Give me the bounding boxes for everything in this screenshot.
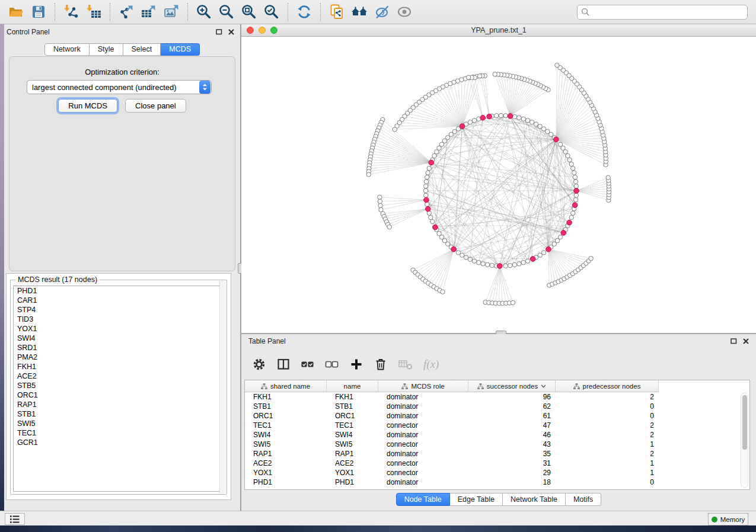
export-table-button[interactable] (140, 3, 158, 21)
mcds-node[interactable] (567, 220, 572, 225)
mcds-node[interactable] (460, 124, 465, 129)
select-all-button[interactable] (301, 357, 315, 371)
home-button[interactable] (350, 3, 368, 21)
open-session-button[interactable] (7, 3, 25, 21)
table-row[interactable]: SWI5SWI5connector431 (245, 440, 749, 449)
close-panel-button[interactable]: Close panel (125, 99, 186, 113)
tab-motifs[interactable]: Motifs (566, 493, 601, 506)
cell-predecessor-nodes: 0 (556, 477, 659, 487)
mcds-node[interactable] (451, 246, 457, 252)
result-list-scrollbar[interactable] (219, 281, 226, 493)
mcds-node[interactable] (572, 203, 578, 208)
network-graph[interactable] (241, 37, 755, 332)
mcds-result-item[interactable]: RAP1 (14, 400, 224, 409)
preview-eye-button[interactable] (395, 3, 413, 21)
close-panel-icon[interactable] (743, 338, 749, 344)
tab-style[interactable]: Style (90, 43, 123, 56)
mcds-node[interactable] (574, 188, 579, 194)
zoom-selected-icon (263, 4, 280, 20)
mcds-result-item[interactable]: CAR1 (14, 296, 224, 305)
mcds-node[interactable] (554, 137, 559, 142)
column-header-MCDS-role[interactable]: MCDS role (378, 380, 468, 392)
search-input[interactable] (589, 6, 744, 18)
add-column-button[interactable] (349, 357, 363, 371)
duplicate-network-button[interactable] (328, 3, 346, 21)
mcds-result-item[interactable]: STB5 (14, 381, 224, 390)
mcds-result-item[interactable]: SRD1 (14, 343, 224, 352)
mcds-result-item[interactable]: STP4 (14, 305, 224, 315)
zoom-out-button[interactable] (218, 3, 235, 21)
tab-node-table[interactable]: Node Table (396, 493, 450, 506)
mcds-node[interactable] (426, 206, 431, 211)
table-row[interactable]: YOX1YOX1connector291 (245, 468, 749, 477)
mcds-result-item[interactable]: GCR1 (14, 438, 224, 447)
show-columns-button[interactable] (276, 357, 291, 371)
tab-edge-table[interactable]: Edge Table (450, 493, 503, 506)
table-settings-button[interactable] (252, 357, 266, 371)
import-table-button[interactable] (85, 3, 103, 21)
column-header-shared-name[interactable]: shared name (245, 380, 327, 392)
cell-name: SWI5 (327, 440, 378, 449)
zoom-selected-button[interactable] (263, 3, 280, 21)
zoom-in-button[interactable] (195, 3, 213, 21)
export-image-button[interactable] (162, 3, 180, 21)
mcds-node[interactable] (433, 225, 438, 230)
mcds-node[interactable] (561, 230, 566, 236)
export-network-button[interactable] (117, 3, 135, 21)
memory-button[interactable]: Memory (708, 513, 748, 525)
mcds-node[interactable] (424, 197, 429, 203)
table-row[interactable]: PHD1PHD1dominator180 (245, 477, 749, 487)
column-header-name[interactable]: name (327, 380, 378, 392)
tab-select[interactable]: Select (123, 43, 161, 56)
mcds-node[interactable] (530, 257, 535, 262)
mcds-result-item[interactable]: PMA2 (14, 352, 224, 362)
mcds-result-item[interactable]: FKH1 (14, 362, 224, 371)
mcds-result-item[interactable]: TEC1 (14, 428, 224, 438)
column-header-successor-nodes[interactable]: successor nodes (468, 380, 556, 392)
network-window-titlebar[interactable]: YPA_prune.txt_1 (241, 24, 756, 37)
table-row[interactable]: SWI4SWI4dominator462 (245, 430, 749, 440)
mcds-result-item[interactable]: ACE2 (14, 371, 224, 381)
tab-mcds[interactable]: MCDS (161, 43, 200, 56)
mcds-result-item[interactable]: TID3 (14, 315, 224, 324)
mcds-result-item[interactable]: SWI4 (14, 334, 224, 343)
tab-network[interactable]: Network (44, 43, 90, 56)
table-row[interactable]: FKH1FKH1dominator962 (245, 392, 749, 402)
run-mcds-button[interactable]: Run MCDS (58, 99, 117, 113)
zoom-fit-button[interactable] (240, 3, 258, 21)
mcds-result-item[interactable]: YOX1 (14, 324, 224, 334)
import-network-button[interactable] (62, 3, 80, 21)
network-canvas[interactable] (241, 37, 756, 333)
show-panels-button[interactable] (5, 513, 25, 525)
close-panel-icon[interactable] (228, 29, 234, 35)
float-panel-icon[interactable] (731, 338, 737, 344)
mcds-node[interactable] (487, 114, 492, 119)
table-row[interactable]: STB1STB1dominator620 (245, 402, 749, 411)
table-panel-title: Table Panel (248, 337, 286, 345)
mcds-node[interactable] (480, 116, 486, 121)
delete-columns-button[interactable] (374, 357, 388, 371)
mcds-node[interactable] (429, 160, 434, 165)
mcds-result-item[interactable]: PHD1 (14, 286, 224, 296)
table-row[interactable]: ORC1ORC1dominator610 (245, 411, 749, 421)
table-row[interactable]: TEC1TEC1connector472 (245, 421, 749, 430)
mcds-result-item[interactable]: SWI5 (14, 419, 224, 428)
mcds-node[interactable] (497, 264, 503, 269)
mcds-result-item[interactable]: STB1 (14, 409, 224, 419)
save-session-button[interactable] (30, 3, 47, 21)
deselect-all-button[interactable] (325, 357, 339, 371)
table-row[interactable]: ACE2ACE2connector311 (245, 459, 749, 468)
mcds-node[interactable] (508, 114, 513, 119)
mcds-node[interactable] (546, 246, 551, 252)
float-panel-icon[interactable] (216, 29, 222, 35)
table-row[interactable]: RAP1RAP1dominator352 (245, 449, 749, 459)
table-scrollbar[interactable] (741, 393, 748, 488)
criterion-dropdown[interactable]: largest connected component (undirected) (27, 80, 212, 94)
column-header-predecessor-nodes[interactable]: predecessor nodes (556, 380, 659, 392)
table-scrollbar-thumb[interactable] (742, 395, 747, 450)
refresh-button[interactable] (295, 3, 313, 21)
mcds-result-list[interactable]: PHD1CAR1STP4TID3YOX1SWI4SRD1PMA2FKH1ACE2… (13, 286, 224, 492)
mcds-result-item[interactable]: ORC1 (14, 390, 224, 400)
tab-network-table[interactable]: Network Table (503, 493, 566, 506)
toggle-visibility-button[interactable] (373, 3, 391, 21)
